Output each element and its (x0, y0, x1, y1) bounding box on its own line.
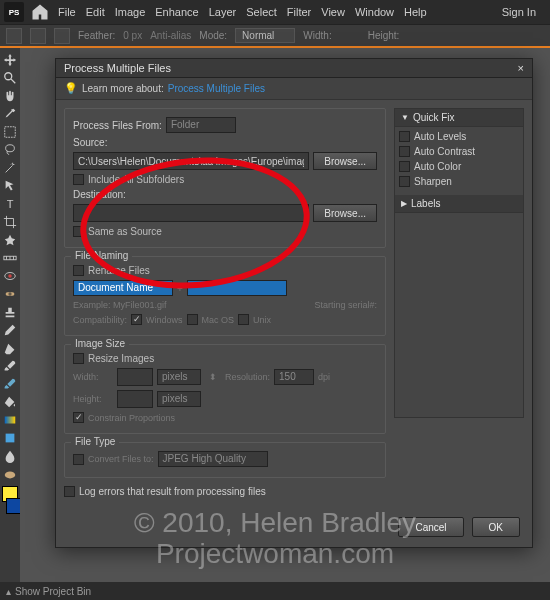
menu-select[interactable]: Select (246, 6, 277, 18)
file-type-title: File Type (71, 436, 119, 447)
stamp-tool-icon[interactable] (2, 304, 18, 320)
smartbrush-tool-icon[interactable] (2, 376, 18, 392)
menu-view[interactable]: View (321, 6, 345, 18)
marquee-tool-icon[interactable] (2, 124, 18, 140)
height-input[interactable] (117, 390, 153, 408)
type-tool-icon[interactable]: T (2, 196, 18, 212)
process-from-label: Process Files From: (73, 120, 162, 131)
height-label: Height: (368, 30, 400, 41)
compat-unix-checkbox[interactable] (238, 314, 249, 325)
sharpen-checkbox[interactable] (399, 176, 410, 187)
destination-browse-button[interactable]: Browse... (313, 204, 377, 222)
process-from-select[interactable]: Folder (166, 117, 236, 133)
app-menubar: PS File Edit Image Enhance Layer Select … (0, 0, 550, 24)
name-token-1-select[interactable]: Document Name (73, 280, 173, 296)
image-size-title: Image Size (71, 338, 129, 349)
chevron-up-icon[interactable]: ▴ (6, 586, 11, 597)
zoom-tool-icon[interactable] (2, 70, 18, 86)
auto-levels-checkbox[interactable] (399, 131, 410, 142)
sponge-tool-icon[interactable] (2, 466, 18, 482)
include-subfolders-checkbox[interactable] (73, 174, 84, 185)
menu-layer[interactable]: Layer (209, 6, 237, 18)
same-as-source-checkbox[interactable] (73, 226, 84, 237)
auto-contrast-checkbox[interactable] (399, 146, 410, 157)
auto-color-checkbox[interactable] (399, 161, 410, 172)
pencil-tool-icon[interactable] (2, 322, 18, 338)
svg-point-9 (8, 274, 12, 278)
cookie-tool-icon[interactable] (2, 232, 18, 248)
quickfix-header[interactable]: ▼Quick Fix (395, 109, 523, 127)
constrain-checkbox[interactable] (73, 412, 84, 423)
dialog-footer: Cancel OK (56, 509, 532, 547)
move-tool-icon[interactable] (2, 52, 18, 68)
link-icon: ⬍ (209, 372, 217, 382)
eyedropper-tool-icon[interactable] (2, 106, 18, 122)
ok-button[interactable]: OK (472, 517, 520, 537)
wand-tool-icon[interactable] (2, 160, 18, 176)
menu-enhance[interactable]: Enhance (155, 6, 198, 18)
menu-file[interactable]: File (58, 6, 76, 18)
destination-path-input[interactable] (73, 204, 309, 222)
crop-tool-icon[interactable] (2, 214, 18, 230)
quickfix-panel: ▼Quick Fix Auto Levels Auto Contrast Aut… (394, 108, 524, 418)
app-logo: PS (4, 2, 24, 22)
svg-rect-13 (5, 417, 16, 424)
home-icon[interactable] (30, 2, 50, 22)
eraser-tool-icon[interactable] (2, 340, 18, 356)
opt-icon-2[interactable] (30, 28, 46, 44)
menu-window[interactable]: Window (355, 6, 394, 18)
mode-select[interactable]: Normal (235, 28, 295, 43)
options-bar: Feather: 0 px Anti-alias Mode: Normal Wi… (0, 24, 550, 48)
gradient-tool-icon[interactable] (2, 412, 18, 428)
shape-tool-icon[interactable] (2, 430, 18, 446)
include-subfolders-label: Include All Subfolders (88, 174, 184, 185)
rename-checkbox[interactable] (73, 265, 84, 276)
resize-checkbox[interactable] (73, 353, 84, 364)
menu-image[interactable]: Image (115, 6, 146, 18)
auto-levels-label: Auto Levels (414, 131, 466, 142)
blur-tool-icon[interactable] (2, 448, 18, 464)
source-path-input[interactable] (73, 152, 309, 170)
resolution-select[interactable]: 150 (274, 369, 314, 385)
height-unit-select[interactable]: pixels (157, 391, 201, 407)
opt-icon-3[interactable] (54, 28, 70, 44)
svg-line-1 (11, 79, 15, 83)
width-unit-select[interactable]: pixels (157, 369, 201, 385)
close-icon[interactable]: × (518, 62, 524, 74)
source-group: Process Files From: Folder Source: Brows… (64, 108, 386, 248)
log-errors-checkbox[interactable] (64, 486, 75, 497)
width-label-d: Width: (73, 372, 113, 382)
constrain-label: Constrain Proportions (88, 413, 175, 423)
redeye-tool-icon[interactable] (2, 268, 18, 284)
canvas-area: Process Multiple Files × 💡 Learn more ab… (20, 48, 550, 582)
sign-in-link[interactable]: Sign In (502, 6, 536, 18)
heal-tool-icon[interactable] (2, 286, 18, 302)
convert-checkbox[interactable] (73, 454, 84, 465)
menu-help[interactable]: Help (404, 6, 427, 18)
name-token-2-select[interactable] (187, 280, 287, 296)
straighten-tool-icon[interactable] (2, 250, 18, 266)
tool-rail: T (0, 48, 20, 518)
menu-edit[interactable]: Edit (86, 6, 105, 18)
opt-icon-1[interactable] (6, 28, 22, 44)
bucket-tool-icon[interactable] (2, 394, 18, 410)
compat-mac-label: Mac OS (202, 315, 235, 325)
compat-mac-checkbox[interactable] (187, 314, 198, 325)
feather-label: Feather: (78, 30, 115, 41)
labels-header[interactable]: ▶Labels (395, 195, 523, 213)
lasso-tool-icon[interactable] (2, 142, 18, 158)
convert-format-select[interactable]: JPEG High Quality (158, 451, 268, 467)
selection-tool-icon[interactable] (2, 178, 18, 194)
brush-tool-icon[interactable] (2, 358, 18, 374)
compat-windows-checkbox[interactable] (131, 314, 142, 325)
cancel-button[interactable]: Cancel (398, 517, 463, 537)
menu-filter[interactable]: Filter (287, 6, 311, 18)
svg-rect-2 (5, 127, 16, 138)
width-input[interactable] (117, 368, 153, 386)
same-as-source-label: Same as Source (88, 226, 162, 237)
project-bin-toggle[interactable]: Show Project Bin (15, 586, 91, 597)
hand-tool-icon[interactable] (2, 88, 18, 104)
learn-more-link[interactable]: Process Multiple Files (168, 83, 265, 94)
source-browse-button[interactable]: Browse... (313, 152, 377, 170)
auto-color-label: Auto Color (414, 161, 461, 172)
